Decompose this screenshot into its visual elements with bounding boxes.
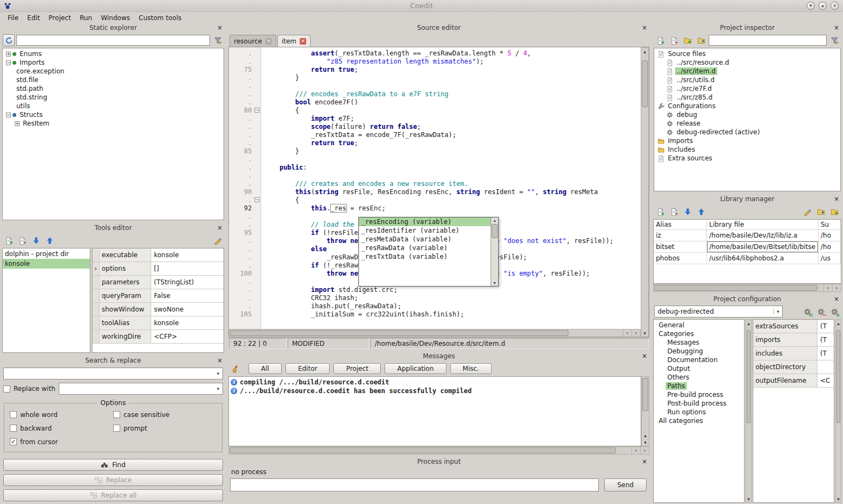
tree-item[interactable]: Extra sources bbox=[654, 154, 840, 163]
filter-button[interactable] bbox=[828, 34, 840, 46]
tree-item[interactable]: debug bbox=[654, 110, 840, 119]
fold-icon[interactable]: − bbox=[255, 108, 259, 113]
close-icon[interactable]: × bbox=[834, 23, 839, 33]
categories-scrollbar[interactable]: ▴ ▾ bbox=[746, 319, 752, 503]
close-icon[interactable]: × bbox=[642, 352, 647, 361]
sync-configuration-button[interactable]: ↻ bbox=[801, 306, 813, 318]
tree-item[interactable]: debug-redirected (active) bbox=[654, 128, 840, 136]
menu-windows[interactable]: Windows bbox=[96, 13, 134, 23]
property-value[interactable]: (T bbox=[817, 347, 834, 360]
menu-run[interactable]: Run bbox=[75, 13, 96, 23]
scroll-right-icon[interactable]: › bbox=[631, 329, 640, 337]
remove-tool-button[interactable] bbox=[16, 234, 28, 246]
library-cell[interactable]: iz bbox=[654, 230, 707, 241]
tree-item[interactable]: std.string bbox=[3, 93, 224, 102]
scroll-left-icon[interactable]: ‹ bbox=[623, 329, 631, 337]
dropdown-icon[interactable]: ▾ bbox=[214, 386, 222, 391]
replace-all-button[interactable]: Replace all bbox=[3, 489, 223, 501]
tree-item[interactable]: Categories bbox=[654, 329, 744, 338]
edit-library-button[interactable] bbox=[801, 206, 813, 217]
close-icon[interactable]: × bbox=[217, 223, 222, 233]
tree-item[interactable]: Messages bbox=[654, 338, 744, 347]
filter-button[interactable] bbox=[212, 34, 224, 46]
completion-item[interactable]: _resTxtData (variable) bbox=[359, 252, 491, 261]
add-tool-button[interactable] bbox=[3, 234, 15, 246]
add-folder-button[interactable] bbox=[681, 34, 693, 46]
from-cursor-checkbox[interactable]: ✓from cursor bbox=[10, 435, 113, 449]
tree-item[interactable]: Paths bbox=[654, 382, 744, 390]
close-icon[interactable]: × bbox=[642, 23, 647, 33]
property-value[interactable]: konsole bbox=[151, 248, 224, 262]
tab-item[interactable]: item × bbox=[277, 35, 311, 47]
move-tool-up-button[interactable] bbox=[44, 234, 55, 246]
symbol-search-input[interactable] bbox=[16, 35, 210, 46]
add-library-button[interactable] bbox=[654, 206, 666, 217]
tree-item[interactable]: ../src/e7F.d bbox=[654, 84, 840, 93]
column-header[interactable]: Alias bbox=[654, 220, 707, 229]
message-row[interactable]: icompiling /.../build/resource.d.coedit bbox=[229, 378, 641, 387]
move-tool-down-button[interactable] bbox=[30, 234, 42, 246]
property-row[interactable]: extraSources(T bbox=[753, 320, 834, 333]
scroll-left-icon[interactable]: ‹ bbox=[823, 284, 832, 291]
column-header[interactable]: Su bbox=[819, 220, 841, 229]
scroll-down-icon[interactable]: ▾ bbox=[642, 439, 649, 446]
message-row[interactable]: i/.../build/resource.d.coedit has been s… bbox=[229, 387, 641, 395]
checkbox-box[interactable] bbox=[10, 411, 17, 418]
property-value[interactable]: <CFP> bbox=[151, 330, 224, 343]
import-folder-button[interactable] bbox=[695, 34, 707, 46]
add-library-folder-button[interactable] bbox=[828, 206, 840, 217]
column-header[interactable]: Library file bbox=[707, 220, 819, 229]
library-row[interactable]: bitset/home/basile/Dev/Bitset/lib/bitse/… bbox=[654, 241, 841, 253]
add-configuration-button[interactable]: + bbox=[828, 306, 840, 318]
property-row[interactable]: executablekonsole bbox=[92, 248, 224, 262]
backward-checkbox[interactable]: backward bbox=[10, 421, 113, 435]
scroll-down-icon[interactable]: ▾ bbox=[746, 495, 751, 502]
property-row[interactable]: workingDire<CFP> bbox=[92, 330, 224, 344]
property-row[interactable]: imports(T bbox=[753, 333, 834, 347]
close-tab-icon[interactable]: × bbox=[300, 38, 306, 45]
messages-horizontal-scrollbar[interactable]: ‹ › bbox=[228, 446, 649, 455]
tree-item[interactable]: Output bbox=[654, 364, 744, 373]
scroll-up-icon[interactable]: ▴ bbox=[642, 432, 649, 439]
library-row[interactable]: phobos/usr/lib64/libphobos2.a/us bbox=[654, 253, 841, 264]
filter-all[interactable]: All bbox=[249, 363, 282, 374]
fold-icon[interactable]: − bbox=[255, 197, 259, 202]
search-term-combo[interactable]: ▾ bbox=[3, 368, 223, 379]
scroll-down-icon[interactable]: ▾ bbox=[491, 280, 498, 286]
tree-item[interactable]: core.exception bbox=[3, 67, 224, 76]
dropdown-icon[interactable]: ▾ bbox=[214, 371, 222, 376]
scroll-up-icon[interactable]: ▴ bbox=[836, 320, 841, 327]
tree-item[interactable]: ../src/resource.d bbox=[654, 58, 840, 67]
dropdown-icon[interactable]: ▾ bbox=[773, 309, 782, 314]
checkbox-box[interactable] bbox=[3, 385, 10, 393]
close-icon[interactable]: × bbox=[217, 356, 222, 365]
property-row[interactable]: parameters(TStringList) bbox=[92, 276, 224, 289]
library-row[interactable]: iz/home/basile/Dev/Iz/lib/iz.a/ho bbox=[654, 230, 841, 241]
close-icon[interactable]: × bbox=[834, 295, 839, 304]
scroll-thumb[interactable] bbox=[642, 378, 648, 411]
scroll-up-icon[interactable]: ▴ bbox=[641, 48, 648, 55]
completion-item[interactable]: _resIdentifier (variable) bbox=[359, 226, 491, 235]
list-item[interactable]: dolphin - project dir bbox=[3, 249, 90, 259]
configuration-select[interactable]: debug-redirected ▾ bbox=[654, 306, 783, 318]
tree-item[interactable]: release bbox=[654, 119, 840, 128]
tree-item[interactable]: std.file bbox=[3, 76, 224, 84]
menu-custom-tools[interactable]: Custom tools bbox=[134, 13, 186, 23]
remove-configuration-button[interactable]: − bbox=[815, 306, 827, 318]
tree-item[interactable]: Source files bbox=[654, 49, 840, 58]
expand-icon[interactable]: + bbox=[6, 52, 11, 57]
close-icon[interactable]: × bbox=[642, 457, 647, 466]
replace-with-checkbox[interactable]: Replace with bbox=[3, 385, 55, 393]
edit-tool-button[interactable] bbox=[212, 234, 224, 246]
fold-bar[interactable]: −− bbox=[254, 47, 261, 329]
library-cell[interactable]: /ho bbox=[819, 241, 841, 252]
window-maximize-button[interactable]: ▴ bbox=[819, 2, 827, 10]
property-row[interactable]: ›options[] bbox=[92, 262, 224, 276]
property-value[interactable]: [] bbox=[151, 262, 224, 275]
completion-item[interactable]: _resEncoding (variable) bbox=[359, 217, 491, 226]
tree-item[interactable]: General bbox=[654, 321, 744, 329]
tree-item[interactable]: −Imports bbox=[3, 58, 224, 67]
tree-item[interactable]: Documentation bbox=[654, 356, 744, 364]
menu-edit[interactable]: Edit bbox=[23, 13, 44, 23]
tree-item[interactable]: ../src/z85.d bbox=[654, 93, 840, 102]
